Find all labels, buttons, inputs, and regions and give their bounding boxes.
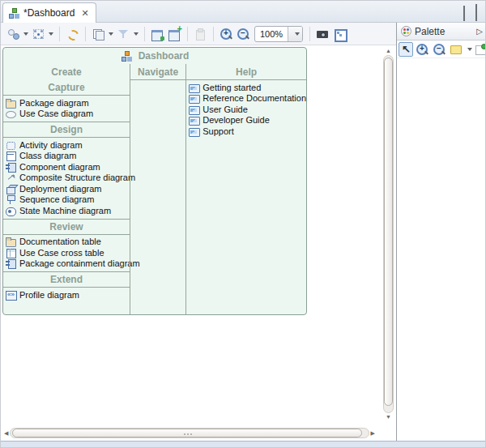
diagram-image-button[interactable] — [331, 27, 348, 41]
help-folder-icon — [189, 93, 200, 103]
editor-tab-bar: *Dashboard ✕ — [1, 1, 486, 23]
graph-layout-button[interactable] — [30, 27, 55, 41]
palette-header[interactable]: Palette ▷ — [397, 23, 486, 41]
note-tool-button[interactable] — [448, 42, 463, 56]
select-tool-button[interactable] — [399, 42, 413, 57]
dashboard-column-help: HelpGetting startedReference Documentati… — [185, 64, 306, 314]
zoom-level-value: 100% — [255, 29, 288, 39]
activity-diagram-icon — [6, 140, 17, 150]
dropdown-arrow-icon[interactable] — [467, 48, 472, 51]
palette-panel: Palette ▷ — [396, 23, 486, 441]
dashboard-item-label: Composite Structure diagram — [19, 173, 135, 182]
zoom-level-combo[interactable]: 100% — [254, 26, 303, 42]
dashboard-item[interactable]: Developer Guide — [186, 115, 306, 126]
new-diagram-icon — [168, 28, 181, 41]
diagram-image-icon — [333, 28, 347, 41]
horizontal-scroll-track[interactable] — [10, 428, 369, 438]
package-containment-diagram-icon — [6, 258, 17, 268]
palette-expand-icon[interactable]: ▷ — [476, 27, 483, 36]
copy-appearance-button[interactable] — [90, 27, 115, 41]
dashboard-item[interactable]: Sequence diagram — [3, 194, 130, 206]
filter-icon — [117, 28, 130, 41]
horizontal-scroll-thumb[interactable] — [12, 429, 361, 437]
dashboard-item[interactable]: Activity diagram — [3, 139, 130, 151]
horizontal-scrollbar[interactable]: ◀ ▶ — [2, 427, 377, 439]
class-diagram-icon — [6, 151, 17, 160]
dashboard-item[interactable]: Component diagram — [3, 161, 130, 173]
toolbar-separator — [59, 27, 60, 41]
dropdown-arrow-icon — [23, 32, 28, 36]
diagram-elements-button[interactable] — [5, 27, 30, 41]
dashboard-item[interactable]: Class diagram — [3, 151, 130, 162]
dashboard-item[interactable]: State Machine diagram — [3, 205, 130, 216]
dashboard-item[interactable]: Package diagram — [3, 97, 130, 109]
vertical-scroll-thumb[interactable] — [384, 58, 393, 406]
dashboard-item-label: Class diagram — [19, 151, 76, 160]
maximize-button[interactable] — [475, 6, 477, 21]
dashboard-item-label: Component diagram — [19, 162, 100, 172]
help-folder-icon — [189, 105, 200, 114]
zoom-out-icon — [237, 28, 250, 41]
snapshot-button[interactable] — [149, 27, 166, 41]
dashboard-column-navigate: Navigate — [130, 64, 185, 314]
editor-toolbar: 100% — [1, 23, 396, 45]
copy-appearance-icon — [92, 28, 105, 41]
dashboard-item-label: Package containment diagram — [19, 258, 140, 268]
section-header: Design — [3, 122, 130, 138]
toolbar-separator — [85, 27, 86, 41]
zoom-in-icon — [220, 28, 233, 41]
minimize-icon — [463, 6, 465, 21]
status-strip — [1, 441, 485, 447]
toolbar-separator — [309, 27, 310, 41]
scroll-left-icon[interactable]: ◀ — [2, 429, 10, 437]
tab-dashboard[interactable]: *Dashboard ✕ — [2, 2, 96, 23]
section-items: Activity diagramClass diagramComponent d… — [3, 138, 130, 220]
papyrus-editor-window: *Dashboard ✕ 100% Dashboard CreateCaptur… — [0, 0, 486, 448]
scroll-right-icon[interactable]: ▶ — [369, 429, 377, 437]
dashboard-item[interactable]: Package containment diagram — [3, 258, 130, 270]
palette-body[interactable] — [397, 58, 486, 441]
package-diagram-icon — [6, 98, 17, 108]
scroll-down-icon[interactable]: ▼ — [384, 413, 393, 421]
dashboard-item[interactable]: Deployment diagram — [3, 183, 130, 194]
note-tool-icon — [450, 44, 462, 54]
section-header: Review — [3, 220, 130, 235]
sync-button[interactable] — [64, 27, 81, 41]
deployment-diagram-icon — [6, 184, 17, 194]
annotation-tool-button[interactable] — [473, 42, 486, 56]
column-header: Navigate — [130, 64, 185, 80]
zoom-in-button[interactable] — [218, 27, 235, 41]
new-diagram-button[interactable] — [166, 27, 183, 41]
camera-button[interactable] — [314, 27, 331, 41]
vertical-scrollbar[interactable]: ▲ ▼ — [382, 47, 394, 421]
dashboard-item[interactable]: Composite Structure diagram — [3, 173, 130, 184]
diagram-canvas[interactable]: Dashboard CreateCapturePackage diagramUs… — [1, 45, 396, 441]
dropdown-arrow-icon — [295, 32, 300, 36]
help-folder-icon — [189, 115, 200, 125]
dashboard-item-label: Reference Documentation — [202, 93, 306, 103]
tab-close-icon[interactable]: ✕ — [81, 9, 88, 17]
zoom-out-tool-button[interactable] — [431, 41, 447, 57]
zoom-level-dropdown-button[interactable] — [288, 27, 302, 41]
dashboard-item[interactable]: Getting started — [186, 82, 306, 93]
select-tool-icon — [400, 44, 411, 55]
scroll-up-icon[interactable]: ▲ — [384, 47, 393, 55]
component-diagram-icon — [6, 162, 17, 172]
composite-structure-diagram-icon — [6, 173, 17, 182]
dashboard-item[interactable]: Documentation table — [3, 237, 130, 248]
zoom-in-tool-button[interactable] — [414, 41, 430, 57]
dashboard-item[interactable]: Support — [186, 126, 306, 137]
toolbar-separator — [144, 27, 145, 41]
palette-icon — [401, 26, 411, 36]
dashboard-item[interactable]: Reference Documentation — [186, 93, 306, 105]
vertical-scroll-track[interactable] — [383, 55, 394, 413]
minimize-button[interactable] — [463, 6, 465, 21]
filter-button[interactable] — [115, 27, 140, 41]
dashboard-item[interactable]: Use Case cross table — [3, 247, 130, 258]
tab-title: *Dashboard — [23, 7, 75, 19]
dashboard-item[interactable]: Profile diagram — [3, 289, 130, 301]
dashboard-item[interactable]: Use Case diagram — [3, 109, 130, 120]
state-machine-diagram-icon — [6, 206, 17, 215]
zoom-out-button[interactable] — [235, 27, 252, 41]
dashboard-item[interactable]: User Guide — [186, 104, 306, 115]
